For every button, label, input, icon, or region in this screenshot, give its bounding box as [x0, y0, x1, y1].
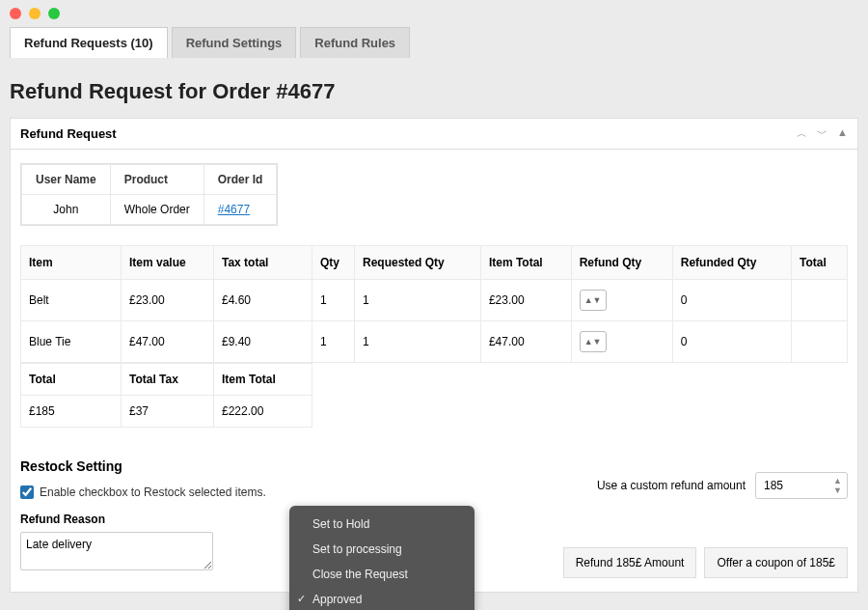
- col-header-product: Product: [110, 165, 203, 195]
- panel-title: Refund Request: [20, 126, 117, 141]
- table-row: Blue Tie£47.00£9.4011£47.00▲▼0: [21, 321, 848, 363]
- order-user: John: [22, 195, 111, 225]
- cell-refunded-qty: 0: [672, 280, 791, 321]
- totals-header-item-total: Item Total: [214, 364, 312, 396]
- order-id-link[interactable]: #4677: [218, 203, 250, 216]
- cell-item-total: £47.00: [480, 321, 571, 363]
- request-status-dropdown[interactable]: Set to HoldSet to processingClose the Re…: [289, 506, 475, 610]
- status-option[interactable]: Set to processing: [289, 537, 475, 562]
- panel-move-down-icon[interactable]: ﹀: [817, 126, 827, 141]
- items-table: Item Item value Tax total Qty Requested …: [20, 245, 848, 363]
- refund-qty-stepper[interactable]: ▲▼: [580, 331, 607, 352]
- col-header-item-value: Item value: [122, 246, 214, 280]
- col-header-item-total: Item Total: [480, 246, 571, 280]
- cell-item-value: £23.00: [122, 280, 214, 321]
- col-header-refunded-qty: Refunded Qty: [672, 246, 791, 280]
- col-header-total: Total: [792, 246, 848, 280]
- panel-collapse-icon[interactable]: ▲: [837, 126, 848, 141]
- col-header-order-id: Order Id: [203, 165, 277, 195]
- refund-qty-stepper[interactable]: ▲▼: [580, 290, 607, 311]
- col-header-item: Item: [21, 246, 122, 280]
- cell-item: Belt: [21, 280, 122, 321]
- tab-bar: Refund Requests (10) Refund Settings Ref…: [0, 27, 868, 58]
- status-option[interactable]: Approved: [289, 587, 475, 610]
- refund-reason-textarea[interactable]: [20, 532, 213, 570]
- cell-item-value: £47.00: [122, 321, 214, 363]
- cell-item: Blue Tie: [21, 321, 122, 363]
- restock-checkbox[interactable]: [20, 485, 34, 499]
- cell-refunded-qty: 0: [672, 321, 791, 363]
- page-title: Refund Request for Order #4677: [10, 79, 858, 104]
- window-maximize-button[interactable]: [48, 8, 60, 19]
- tab-refund-requests[interactable]: Refund Requests (10): [10, 27, 168, 58]
- totals-tax: £37: [122, 396, 214, 428]
- col-header-tax-total: Tax total: [214, 246, 312, 280]
- cell-tax-total: £9.40: [214, 321, 312, 363]
- tab-refund-rules[interactable]: Refund Rules: [300, 27, 410, 58]
- offer-coupon-button[interactable]: Offer a coupon of 185£: [704, 547, 848, 578]
- window-titlebar: [0, 0, 868, 27]
- col-header-user: User Name: [22, 165, 111, 195]
- restock-checkbox-row[interactable]: Enable checkbox to Restock selected item…: [20, 485, 266, 499]
- custom-amount-input[interactable]: [755, 472, 848, 499]
- totals-header-total: Total: [21, 364, 122, 396]
- col-header-requested-qty: Requested Qty: [355, 246, 481, 280]
- totals-table: Total Total Tax Item Total £185 £37 £222…: [20, 363, 312, 428]
- cell-tax-total: £4.60: [214, 280, 312, 321]
- totals-item-total: £222.00: [214, 396, 312, 428]
- status-option[interactable]: Set to Hold: [289, 512, 475, 537]
- order-product: Whole Order: [110, 195, 203, 225]
- cell-qty: 1: [312, 321, 355, 363]
- tab-refund-settings[interactable]: Refund Settings: [172, 27, 297, 58]
- col-header-qty: Qty: [312, 246, 355, 280]
- panel-move-up-icon[interactable]: ︿: [797, 126, 807, 141]
- refund-reason-label: Refund Reason: [20, 513, 213, 526]
- refund-amount-button[interactable]: Refund 185£ Amount: [563, 547, 697, 578]
- status-option[interactable]: Close the Request: [289, 562, 475, 587]
- window-minimize-button[interactable]: [29, 8, 41, 19]
- order-summary-table: User Name Product Order Id John Whole Or…: [20, 163, 278, 226]
- col-header-refund-qty: Refund Qty: [571, 246, 672, 280]
- totals-total: £185: [21, 396, 122, 428]
- cell-total: [792, 321, 848, 363]
- cell-requested-qty: 1: [355, 280, 481, 321]
- window-close-button[interactable]: [10, 8, 21, 19]
- restock-setting-title: Restock Setting: [20, 458, 266, 474]
- restock-checkbox-label: Enable checkbox to Restock selected item…: [40, 485, 266, 499]
- table-row: Belt£23.00£4.6011£23.00▲▼0: [21, 280, 848, 321]
- totals-header-tax: Total Tax: [122, 364, 214, 396]
- custom-amount-label: Use a custom refund amount: [597, 479, 746, 492]
- cell-item-total: £23.00: [480, 280, 571, 321]
- cell-requested-qty: 1: [355, 321, 481, 363]
- cell-total: [792, 280, 848, 321]
- cell-qty: 1: [312, 280, 355, 321]
